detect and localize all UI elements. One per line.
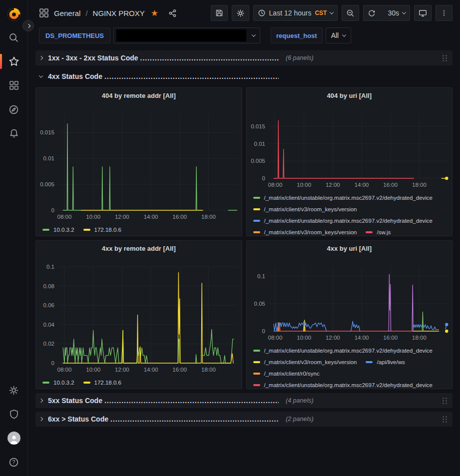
legend-label: 172.18.0.6	[94, 380, 121, 386]
timeseries-chart[interactable]: 08:0010:0012:0014:0016:0018:0000.0050.01…	[36, 103, 242, 223]
svg-text:08:00: 08:00	[268, 182, 282, 188]
panel-grid-row-2: 4xx by remote addr [All] 08:0010:0012:00…	[35, 240, 453, 389]
variable-value-ds-prometheus[interactable]	[113, 27, 260, 43]
legend-item[interactable]: /_matrix/client/unstable/org.matrix.msc2…	[253, 379, 433, 389]
sidebar-item-server-admin[interactable]	[2, 402, 26, 426]
dashboard-body: 1xx - 3xx - 2xx Status Code ............…	[28, 48, 460, 427]
svg-text:0.04: 0.04	[43, 322, 55, 328]
legend-item[interactable]: /_matrix/client/r0/sync	[253, 368, 320, 379]
sidebar-item-configuration[interactable]	[2, 378, 26, 402]
favorite-star-icon[interactable]: ★	[151, 9, 158, 17]
chart-legend: /_matrix/client/unstable/org.matrix.msc2…	[247, 344, 453, 389]
svg-text:14:00: 14:00	[144, 214, 158, 220]
row-drag-handle[interactable]	[442, 415, 449, 424]
top-navbar: General / NGINX PROXY ★	[28, 0, 460, 26]
svg-text:14:00: 14:00	[144, 367, 158, 373]
legend-item[interactable]: 172.18.0.6	[83, 224, 121, 235]
variable-value-text: All	[331, 31, 339, 39]
svg-text:0.06: 0.06	[43, 302, 54, 308]
legend-item[interactable]: /_matrix/client/unstable/org.matrix.msc2…	[253, 192, 433, 203]
timeseries-chart[interactable]: 08:0010:0012:0014:0016:0018:0000.050.1	[247, 256, 453, 344]
svg-text:12:00: 12:00	[115, 367, 129, 373]
row-5xx-status-code[interactable]: 5xx Status Code ........................…	[35, 393, 453, 408]
row-panel-count: (2 panels)	[286, 416, 314, 423]
legend-item[interactable]: 172.18.0.6	[83, 377, 121, 388]
svg-text:12:00: 12:00	[115, 214, 129, 220]
svg-text:0.1: 0.1	[46, 264, 54, 270]
sidebar-bottom-group: ?	[2, 378, 26, 474]
legend-item[interactable]: /api/live/ws	[366, 356, 405, 368]
panel-title[interactable]: 404 by remote addr [All]	[36, 88, 242, 103]
breadcrumb-folder[interactable]: General	[54, 9, 80, 17]
legend-label: 172.18.0.6	[94, 227, 121, 233]
cycle-view-mode-button[interactable]	[414, 5, 432, 21]
legend-item[interactable]: /_matrix/client/v3/room_keys/version	[253, 203, 357, 215]
panel-404-by-remote-addr: 404 by remote addr [All] 08:0010:0012:00…	[35, 87, 242, 236]
dashboard-settings-button[interactable]	[232, 5, 249, 21]
svg-text:10:00: 10:00	[297, 182, 311, 188]
sidebar-expand-button[interactable]	[22, 20, 34, 31]
legend-label: /_matrix/client/unstable/org.matrix.msc2…	[264, 195, 433, 201]
legend-item[interactable]: /sw.js	[366, 226, 391, 236]
share-icon	[168, 9, 177, 17]
svg-text:08:00: 08:00	[268, 335, 282, 341]
svg-text:0.01: 0.01	[254, 141, 265, 147]
row-leader-dots: ........................................…	[104, 397, 279, 405]
sidebar-item-explore[interactable]	[2, 97, 26, 121]
chevron-right-icon	[38, 56, 44, 59]
more-options-button[interactable]	[436, 5, 453, 21]
legend-item[interactable]: /_matrix/client/unstable/org.matrix.msc2…	[253, 215, 433, 226]
row-drag-handle[interactable]	[442, 397, 449, 405]
svg-text:18:00: 18:00	[201, 214, 216, 220]
chevron-down-icon	[38, 75, 44, 78]
panel-title[interactable]: 4xx by uri [All]	[247, 241, 453, 256]
gear-icon	[8, 385, 19, 396]
kebab-menu-icon	[441, 9, 448, 17]
svg-text:18:00: 18:00	[412, 335, 427, 341]
sidebar-item-dashboards[interactable]	[2, 73, 26, 97]
legend-label: /_matrix/client/v3/room_keys/version	[264, 229, 357, 235]
sidebar-item-profile[interactable]	[2, 426, 26, 450]
row-4xx-status-code[interactable]: 4xx Status Code ........................…	[35, 69, 453, 84]
zoom-out-time-button[interactable]	[342, 5, 359, 21]
timeseries-chart[interactable]: 08:0010:0012:0014:0016:0018:0000.0050.01…	[247, 103, 453, 191]
panel-grid-row-1: 404 by remote addr [All] 08:0010:0012:00…	[35, 87, 453, 236]
legend-color-swatch	[253, 231, 260, 233]
apps-grid-icon	[9, 80, 19, 90]
timeseries-chart[interactable]: 08:0010:0012:0014:0016:0018:0000.020.040…	[36, 256, 242, 376]
legend-item[interactable]: 10.0.3.2	[42, 224, 74, 235]
legend-item[interactable]: /_matrix/client/v3/room_keys/version	[253, 226, 357, 236]
sidebar-item-alerting[interactable]	[2, 121, 26, 145]
sidebar-item-help[interactable]: ?	[2, 450, 26, 474]
timezone-label: CST	[315, 9, 327, 16]
svg-text:0.01: 0.01	[43, 155, 54, 161]
variable-label-ds-prometheus: DS_PROMETHEUS	[39, 27, 110, 43]
svg-text:0.05: 0.05	[254, 301, 265, 307]
legend-item[interactable]: 10.0.3.2	[42, 377, 74, 388]
row-drag-handle[interactable]	[442, 54, 449, 62]
time-range-picker[interactable]: Last 12 hours CST	[253, 5, 338, 21]
row-1xx-3xx-2xx-status-code[interactable]: 1xx - 3xx - 2xx Status Code ............…	[35, 50, 453, 65]
svg-text:18:00: 18:00	[201, 367, 216, 373]
variable-value-request-host[interactable]: All	[326, 27, 352, 43]
row-title-wrap: 4xx Status Code ........................…	[48, 72, 279, 80]
dashboard-toolbar: Last 12 hours CST 30s	[211, 5, 453, 21]
grafana-logo[interactable]	[2, 3, 26, 25]
legend-color-swatch	[83, 382, 90, 384]
row-leader-dots: ........................................…	[140, 54, 279, 62]
sidebar-item-starred[interactable]	[2, 49, 26, 73]
share-button[interactable]	[168, 9, 177, 17]
panel-title[interactable]: 404 by uri [All]	[247, 88, 453, 103]
legend-item[interactable]: /_matrix/client/unstable/org.matrix.msc2…	[253, 345, 433, 356]
refresh-interval-label: 30s	[388, 9, 399, 17]
save-dashboard-button[interactable]	[211, 5, 228, 21]
legend-item[interactable]: /_matrix/client/v3/room_keys/version	[253, 356, 357, 368]
breadcrumb-dashboard-title[interactable]: NGINX PROXY	[93, 9, 145, 17]
refresh-picker[interactable]: 30s	[363, 5, 410, 21]
variable-label-request-host: request_host	[271, 27, 323, 43]
panel-title[interactable]: 4xx by remote addr [All]	[36, 241, 242, 256]
legend-color-swatch	[42, 382, 49, 384]
row-6xx-status-code[interactable]: 6xx > Status Code ......................…	[35, 412, 453, 427]
svg-text:0.08: 0.08	[43, 283, 54, 289]
sidebar-item-search[interactable]	[2, 25, 26, 49]
